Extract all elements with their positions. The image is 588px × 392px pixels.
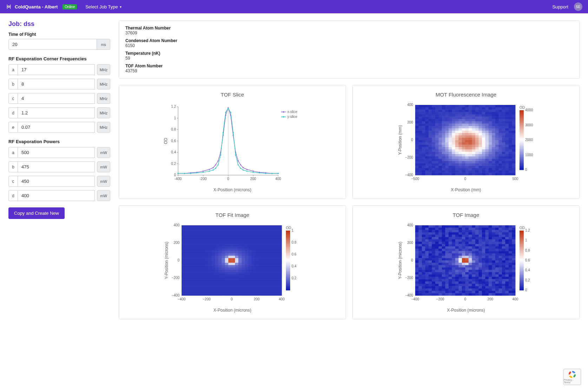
job-type-select[interactable]: Select Job Type ▾ [85,4,122,9]
rf-powers-input-a[interactable] [18,147,95,158]
svg-rect-2076 [422,265,425,267]
svg-rect-2071 [422,253,425,256]
rf-freqs-input-a[interactable] [18,64,95,75]
svg-rect-1400 [218,291,222,293]
svg-rect-1268 [205,263,208,265]
svg-rect-1493 [231,228,235,230]
svg-rect-201 [425,161,429,164]
svg-rect-334 [442,121,445,124]
svg-rect-119 [418,109,422,112]
svg-rect-1104 [188,230,192,232]
svg-rect-2481 [469,230,472,232]
svg-rect-408 [449,154,452,157]
svg-rect-1189 [195,288,198,291]
rf-freqs-input-c[interactable] [18,93,95,104]
svg-rect-2862 [509,279,512,281]
svg-rect-1566 [238,258,242,260]
svg-rect-2828 [505,270,509,272]
svg-rect-631 [475,114,479,117]
svg-rect-712 [482,164,485,166]
svg-rect-1894 [275,253,279,256]
svg-rect-1388 [218,263,222,265]
svg-rect-1529 [235,242,239,244]
svg-rect-1935 [278,279,282,281]
svg-rect-1310 [208,291,212,293]
svg-rect-591 [469,161,472,164]
svg-rect-1088 [185,263,188,265]
svg-rect-1569 [238,265,242,267]
rf-freqs-input-b[interactable] [18,79,95,89]
rf-freqs-input-e[interactable] [18,122,95,133]
rf-powers-input-b[interactable] [18,161,95,172]
svg-rect-1161 [191,293,195,295]
svg-rect-2586 [478,265,482,267]
svg-rect-1064 [182,277,185,279]
svg-rect-746 [485,173,489,175]
svg-rect-1355 [215,256,218,258]
svg-rect-1434 [225,230,228,232]
svg-rect-998 [520,113,524,115]
svg-rect-1443 [225,251,228,253]
svg-rect-271 [435,114,439,117]
svg-rect-1357 [215,260,218,263]
tof-input[interactable] [8,39,97,50]
svg-rect-2269 [445,225,449,228]
svg-rect-2315 [449,263,452,265]
status-badge: Online [63,4,77,9]
svg-rect-2161 [432,253,435,256]
svg-rect-560 [465,159,469,161]
svg-rect-975 [512,147,515,150]
copy-create-button[interactable]: Copy and Create New [8,207,65,219]
svg-rect-248 [432,131,435,133]
svg-rect-216 [429,126,432,128]
svg-rect-2244 [442,237,445,239]
svg-rect-1729 [255,288,259,291]
svg-rect-1545 [235,279,239,281]
svg-rect-1169 [195,242,198,244]
svg-rect-2659 [489,225,492,228]
svg-rect-1543 [235,274,239,277]
avatar[interactable]: SE [574,2,582,11]
svg-rect-2615 [482,263,485,265]
svg-rect-2202 [435,279,439,281]
svg-rect-706 [482,150,485,152]
svg-rect-787 [492,128,495,131]
rf-powers-input-c[interactable] [18,176,95,187]
svg-rect-529 [462,157,465,159]
svg-rect-801 [492,161,495,164]
svg-rect-2540 [475,228,479,230]
svg-rect-1883 [275,228,279,230]
svg-rect-2056 [418,288,422,291]
svg-rect-1459 [225,288,228,291]
svg-rect-2587 [478,267,482,270]
svg-rect-1583 [242,228,245,230]
svg-rect-2598 [478,293,482,295]
svg-rect-2946 [520,284,524,286]
svg-rect-1438 [225,239,228,242]
svg-rect-551 [465,138,469,140]
rf-freqs-input-d[interactable] [18,107,95,118]
svg-rect-364 [445,121,449,124]
svg-rect-1454 [225,277,228,279]
support-link[interactable]: Support [552,4,568,9]
svg-rect-1475 [228,256,232,258]
svg-rect-651 [475,161,479,164]
svg-rect-760 [489,135,492,138]
stat-temp-label: Temperature (nK) [125,51,573,56]
svg-rect-1351 [215,246,218,249]
svg-rect-1837 [268,260,272,263]
rf-powers-input-d[interactable] [18,190,95,201]
svg-rect-176 [422,173,425,175]
svg-rect-2337 [452,244,455,246]
svg-rect-468 [455,154,459,157]
svg-rect-1789 [262,288,265,291]
svg-rect-797 [492,152,495,154]
svg-rect-2102 [425,256,429,258]
svg-rect-662 [478,117,482,119]
svg-rect-103 [415,142,419,145]
svg-rect-1516 [231,281,235,284]
svg-rect-1892 [275,249,279,251]
svg-rect-386 [445,173,449,175]
svg-rect-913 [505,142,509,145]
svg-rect-1908 [275,286,279,288]
